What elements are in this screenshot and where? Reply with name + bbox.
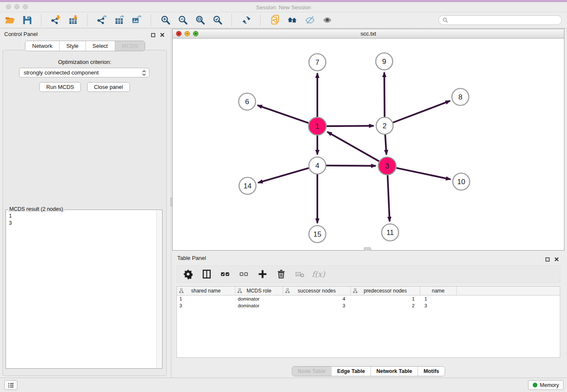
zoom-selected-icon[interactable] [212,15,223,26]
column-header-successor-nodes[interactable]: successor nodes [283,287,351,295]
graph-node-4[interactable]: 4 [309,157,326,174]
network-window-titlebar[interactable]: scc.txt [173,29,564,39]
zoom-out-icon[interactable] [177,15,188,26]
import-network-icon[interactable] [50,15,61,26]
control-panel: Control Panel NetworkStyleSelectMCDS Opt… [0,28,170,378]
table-panel: Table Panel f(x) shared nameMCDS rolesuc… [172,253,564,376]
column-header-shared-name[interactable]: shared name [177,287,235,295]
first-neighbors-icon[interactable] [287,15,298,26]
mcds-action-buttons: Run MCDS Close panel [3,82,166,92]
close-panel-icon[interactable] [160,31,165,39]
graph-node-9[interactable]: 9 [376,53,393,70]
control-panel-buttons [151,31,165,39]
search-box[interactable] [438,15,562,25]
delete-icon[interactable] [275,268,287,280]
titlebar: Session: New Session [0,2,567,12]
import-table-icon[interactable] [68,15,79,26]
graph-node-10[interactable]: 10 [453,173,470,190]
graph-edge-3-11[interactable] [388,175,390,221]
criterion-dropdown[interactable]: strongly connected component [19,68,149,77]
network-graph-canvas[interactable]: 7968124314101511 [173,38,564,250]
search-input[interactable] [450,17,561,24]
table-cell: dominator [235,303,283,308]
deselect-all-icon[interactable] [238,268,250,280]
graph-edge-3-1[interactable] [328,132,379,161]
graph-node-1[interactable]: 1 [308,117,326,135]
toolbar-separator [87,14,88,26]
graph-edge-3-10[interactable] [396,168,451,179]
float-table-panel-icon[interactable] [545,256,550,263]
column-header-predecessor-nodes[interactable]: predecessor nodes [351,287,420,295]
graph-edge-2-8[interactable] [393,101,450,122]
graph-node-15[interactable]: 15 [309,226,326,243]
graph-node-14[interactable]: 14 [239,177,256,194]
mcds-result-value: 3 [9,220,156,227]
apply-layout-icon[interactable] [241,15,252,26]
tab-network[interactable]: Network [25,41,59,51]
graph-node-2[interactable]: 2 [376,117,393,134]
column-header-name[interactable]: name [420,287,457,295]
close-table-panel-icon[interactable] [554,256,559,263]
columns-icon[interactable] [201,268,212,280]
tab-network-table[interactable]: Network Table [370,367,418,376]
tab-node-table[interactable]: Node Table [292,367,331,376]
tab-motifs[interactable]: Motifs [418,367,445,376]
export-image-icon[interactable] [131,15,142,26]
graph-edge-2-9[interactable] [384,72,385,117]
column-header-label: successor nodes [297,288,336,294]
graph-node-label: 7 [315,58,319,66]
graph-edge-4-14[interactable] [258,168,309,183]
table-panel-buttons [545,256,559,263]
graph-edge-2-3[interactable] [385,135,386,155]
graph-node-label: 14 [244,182,252,190]
graph-node-label: 15 [314,230,322,238]
show-all-icon[interactable] [322,15,333,26]
main-toolbar [0,12,567,28]
graph-node-8[interactable]: 8 [452,88,469,105]
graph-edge-4-3[interactable] [326,166,376,166]
column-header-MCDS-role[interactable]: MCDS role [235,287,283,295]
graph-edge-1-6[interactable] [258,105,309,123]
graph-node-6[interactable]: 6 [239,93,256,110]
network-from-document-icon[interactable] [270,15,281,26]
graph-node-11[interactable]: 11 [382,224,399,241]
status-bar: Memory [0,378,567,392]
run-mcds-button[interactable]: Run MCDS [39,82,81,92]
hide-selected-icon[interactable] [304,15,315,26]
open-session-icon[interactable] [4,15,15,26]
graph-node-7[interactable]: 7 [309,54,326,71]
select-all-icon[interactable] [220,268,231,280]
memory-button[interactable]: Memory [528,380,564,390]
save-session-icon[interactable] [22,15,33,26]
result-scrollbar[interactable] [156,210,162,368]
function-icon[interactable]: f(x) [313,268,324,280]
tab-select[interactable]: Select [85,41,115,51]
add-icon[interactable] [257,268,268,280]
tab-edge-table[interactable]: Edge Table [331,367,371,376]
table-row[interactable]: 1dominator411 [177,295,560,302]
mcds-result-box: MCDS result (2 nodes) 13 [6,210,162,369]
float-panel-icon[interactable] [151,31,155,39]
toolbar-separator [41,14,42,26]
settings-icon[interactable] [182,268,194,280]
graph-node-label: 9 [382,58,386,66]
dropdown-stepper-icon [142,70,146,77]
graph-edge-1-2[interactable] [327,126,374,126]
export-network-icon[interactable] [96,15,107,26]
graph-node-3[interactable]: 3 [378,157,396,175]
graph-node-label: 3 [385,162,389,170]
tab-style[interactable]: Style [59,41,85,51]
destroy-table-icon[interactable] [294,268,306,280]
zoom-fit-icon[interactable] [195,15,206,26]
table-row[interactable]: 3dominator323 [177,302,560,309]
zoom-in-icon[interactable] [160,15,171,26]
export-table-icon[interactable] [114,15,125,26]
close-panel-button[interactable]: Close panel [87,82,130,92]
horizontal-splitter-handle[interactable] [364,247,371,251]
graph-node-label: 4 [315,162,319,170]
graph-node-label: 10 [457,178,465,186]
table-cell: 4 [283,296,351,301]
table-cell: 3 [283,303,351,308]
task-history-button[interactable] [4,380,17,390]
tab-mcds[interactable]: MCDS [115,41,145,51]
